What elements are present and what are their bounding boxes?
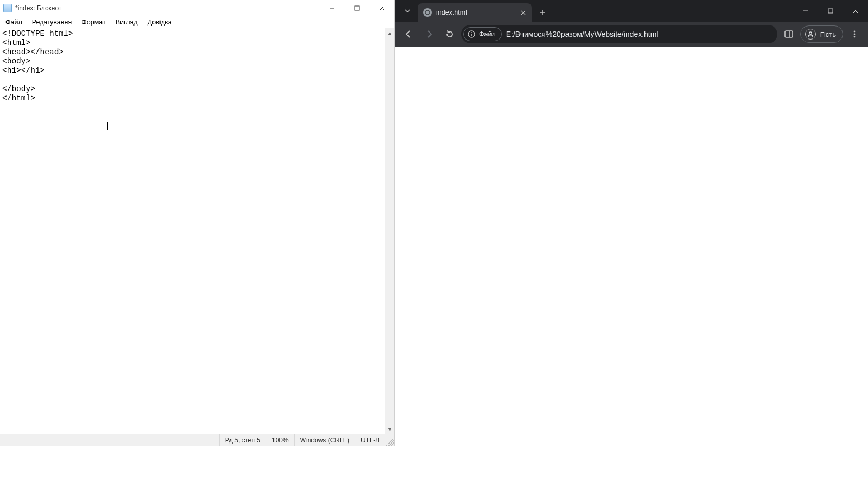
svg-rect-10 bbox=[828, 9, 833, 13]
close-button[interactable] bbox=[369, 0, 394, 16]
menu-file[interactable]: Файл bbox=[3, 17, 24, 27]
chrome-minimize-button[interactable] bbox=[793, 0, 818, 22]
status-zoom: 100% bbox=[266, 434, 294, 446]
notepad-text-area[interactable]: <!DOCTYPE html> <html> <head></head> <bo… bbox=[0, 28, 385, 434]
omnibox-url[interactable]: E:/Вчимося%20разом/MyWebsite/index.html bbox=[506, 30, 773, 38]
notepad-app-icon bbox=[3, 4, 12, 12]
new-tab-button[interactable] bbox=[535, 5, 550, 20]
svg-point-15 bbox=[471, 32, 472, 33]
tab-favicon-icon bbox=[423, 8, 432, 17]
svg-point-18 bbox=[809, 32, 812, 34]
chrome-window: index.html bbox=[395, 0, 868, 446]
omnibox-chip-label: Файл bbox=[479, 30, 496, 38]
resize-grip[interactable] bbox=[385, 434, 394, 446]
menu-edit[interactable]: Редагування bbox=[30, 17, 74, 27]
svg-rect-1 bbox=[355, 6, 359, 10]
notepad-title: *index: Блокнот bbox=[15, 4, 61, 12]
profile-chip[interactable]: Гість bbox=[800, 25, 843, 43]
menu-help[interactable]: Довідка bbox=[145, 17, 174, 27]
chrome-maximize-button[interactable] bbox=[818, 0, 843, 22]
chrome-close-button[interactable] bbox=[843, 0, 868, 22]
svg-rect-16 bbox=[785, 31, 793, 37]
chrome-tabstrip: index.html bbox=[395, 0, 868, 22]
notepad-titlebar[interactable]: *index: Блокнот bbox=[0, 0, 394, 16]
nav-reload-button[interactable] bbox=[441, 25, 459, 43]
minimize-button[interactable] bbox=[320, 0, 344, 16]
maximize-button[interactable] bbox=[344, 0, 369, 16]
text-cursor bbox=[107, 122, 108, 130]
scroll-up-icon[interactable]: ▲ bbox=[385, 28, 394, 37]
chrome-viewport[interactable] bbox=[395, 47, 868, 446]
tab-search-button[interactable] bbox=[399, 3, 416, 19]
browser-tab[interactable]: index.html bbox=[418, 3, 532, 22]
svg-point-21 bbox=[854, 36, 856, 38]
menu-format[interactable]: Формат bbox=[79, 17, 107, 27]
nav-forward-button[interactable] bbox=[420, 25, 438, 43]
omnibox[interactable]: Файл E:/Вчимося%20разом/MyWebsite/index.… bbox=[461, 25, 777, 43]
tab-close-button[interactable] bbox=[519, 8, 527, 17]
chrome-toolbar: Файл E:/Вчимося%20разом/MyWebsite/index.… bbox=[395, 22, 868, 47]
chrome-menu-button[interactable] bbox=[845, 25, 864, 43]
side-panel-button[interactable] bbox=[780, 25, 798, 43]
status-encoding: UTF-8 bbox=[355, 434, 385, 446]
svg-point-19 bbox=[854, 31, 856, 33]
status-line-ending: Windows (CRLF) bbox=[294, 434, 355, 446]
nav-back-button[interactable] bbox=[399, 25, 418, 43]
info-icon bbox=[467, 30, 476, 38]
menu-view[interactable]: Вигляд bbox=[113, 17, 140, 27]
omnibox-file-chip[interactable]: Файл bbox=[463, 27, 502, 41]
avatar-icon bbox=[805, 29, 816, 40]
status-position: Рд 5, ствп 5 bbox=[219, 434, 266, 446]
tab-title: index.html bbox=[436, 9, 514, 16]
notepad-window: *index: Блокнот Файл Редагування Формат … bbox=[0, 0, 395, 446]
scroll-down-icon[interactable]: ▼ bbox=[385, 425, 394, 434]
svg-point-20 bbox=[854, 34, 856, 35]
profile-label: Гість bbox=[820, 30, 836, 38]
notepad-scrollbar[interactable]: ▲ ▼ bbox=[385, 28, 394, 434]
empty-area bbox=[0, 446, 868, 488]
notepad-statusbar: Рд 5, ствп 5 100% Windows (CRLF) UTF-8 bbox=[0, 434, 394, 446]
svg-point-4 bbox=[425, 10, 430, 15]
notepad-menubar: Файл Редагування Формат Вигляд Довідка bbox=[0, 16, 394, 28]
